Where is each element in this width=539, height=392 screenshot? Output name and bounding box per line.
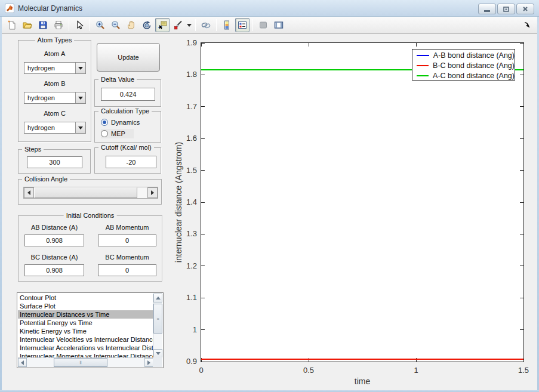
titlebar[interactable]: Molecular Dynamics: [0, 0, 539, 17]
atom-a-dropdown-button[interactable]: [75, 63, 85, 73]
x-tick-mark: [309, 43, 309, 47]
toolbar-separator: [252, 19, 253, 31]
toolbar-pan[interactable]: [124, 18, 138, 32]
atom-c-label: Atom C: [19, 110, 91, 117]
window-title: Molecular Dynamics: [18, 4, 82, 13]
slider-left-arrow[interactable]: [24, 187, 34, 198]
update-button[interactable]: Update: [97, 43, 160, 72]
zoom-in-icon: [96, 20, 105, 30]
atom-a-dropdown[interactable]: hydrogen: [24, 62, 86, 74]
delta-value-field[interactable]: [101, 88, 155, 101]
minimize-icon: [484, 10, 490, 12]
legend-line-sample: [417, 75, 429, 76]
toolbar-insert-legend[interactable]: [235, 18, 250, 32]
scroll-down-button[interactable]: [153, 349, 162, 358]
atom-b-dropdown[interactable]: hydrogen: [24, 92, 86, 104]
slider-right-arrow[interactable]: [147, 187, 158, 198]
toolbar-separator: [90, 19, 90, 31]
scroll-up-button[interactable]: [153, 294, 162, 303]
scrollbar-corner: [153, 357, 162, 367]
atom-types-title: Atom Types: [35, 36, 75, 44]
scroll-left-button[interactable]: [18, 358, 27, 367]
bc-distance-field[interactable]: [24, 264, 84, 276]
list-item[interactable]: Internuclear Distances vs Time: [18, 310, 153, 319]
legend-label: B-C bond distance (Ang): [433, 61, 515, 70]
ab-momentum-field[interactable]: [98, 234, 156, 246]
toolbar-save[interactable]: [36, 18, 50, 32]
toolbar-separator: [195, 19, 196, 31]
toolbar-open-file[interactable]: [20, 18, 35, 32]
y-tick-label: 1.6: [172, 134, 197, 143]
plot-box[interactable]: [201, 42, 524, 362]
radio-mep[interactable]: MEP: [101, 129, 134, 138]
atom-a-label: Atom A: [19, 50, 91, 57]
toolbar-link-plots[interactable]: [199, 18, 213, 32]
toolbar-dock-figure[interactable]: [520, 18, 534, 32]
minimize-button[interactable]: [478, 4, 496, 14]
legend-entry: A-B bond distance (Ang): [412, 50, 515, 60]
y-tick-mark: [201, 75, 205, 75]
toolbar-plot-tools-show[interactable]: [272, 18, 286, 32]
y-tick-label: 1: [172, 325, 197, 334]
toolbar-zoom-out[interactable]: [109, 18, 123, 32]
bc-momentum-field[interactable]: [98, 264, 156, 276]
vertical-scroll-thumb[interactable]: ≡: [153, 304, 162, 334]
plot-area[interactable]: A-B bond distance (Ang) B-C bond distanc…: [201, 42, 524, 362]
collision-angle-slider[interactable]: [23, 187, 158, 199]
toolbar-zoom-in[interactable]: [93, 18, 107, 32]
toolbar-data-cursor[interactable]: [155, 18, 170, 32]
delta-value-panel: Delta Value: [94, 79, 161, 107]
list-item[interactable]: Internuclear Accelerations vs Internucle…: [18, 344, 153, 352]
steps-label: Steps: [22, 146, 44, 153]
brush-dropdown-caret[interactable]: [187, 24, 192, 27]
toolbar-new-file[interactable]: [5, 18, 19, 32]
y-tick-label: 1.7: [172, 102, 197, 111]
cutoff-field[interactable]: [106, 156, 156, 168]
steps-field[interactable]: [27, 156, 82, 168]
radio-dynamics[interactable]: Dynamics: [101, 118, 140, 127]
arrow-left-icon: [27, 190, 30, 195]
matlab-logo-icon: [5, 4, 14, 13]
list-item[interactable]: Potential Energy vs Time: [18, 319, 153, 327]
list-item[interactable]: Internuclear Velocities vs Internuclear …: [18, 335, 153, 344]
x-axis-label: time: [201, 376, 524, 386]
radio-dynamics-label: Dynamics: [111, 119, 140, 126]
new-file-icon: [7, 20, 17, 30]
x-tick-mark: [416, 43, 417, 47]
horizontal-scroll-thumb[interactable]: ⦀: [54, 358, 107, 367]
toolbar-plot-tools-hide[interactable]: [256, 18, 270, 32]
atom-c-dropdown[interactable]: hydrogen: [24, 122, 86, 134]
maximize-button[interactable]: [497, 4, 515, 14]
radio-icon: [101, 130, 108, 137]
list-item[interactable]: Kinetic Energy vs Time: [18, 327, 153, 335]
slider-thumb[interactable]: [34, 187, 137, 198]
arrow-left-icon: [21, 360, 24, 365]
list-item[interactable]: Surface Plot: [18, 302, 153, 310]
toolbar-rotate-3d[interactable]: [140, 18, 154, 32]
horizontal-scrollbar[interactable]: ⦀: [18, 357, 153, 367]
y-tick-mark: [201, 43, 205, 44]
toolbar-print[interactable]: [51, 18, 66, 32]
legend-line-sample: [417, 65, 429, 66]
print-icon: [54, 20, 63, 30]
radio-icon: [101, 119, 108, 126]
plot-legend[interactable]: A-B bond distance (Ang) B-C bond distanc…: [412, 49, 515, 81]
toolbar-brush[interactable]: [171, 18, 185, 32]
toolbar-insert-colorbar[interactable]: [220, 18, 234, 32]
toolbar-pointer[interactable]: [72, 18, 87, 32]
ab-distance-field[interactable]: [24, 234, 84, 246]
pan-hand-icon: [127, 20, 136, 30]
atom-c-dropdown-button[interactable]: [75, 122, 85, 133]
list-item[interactable]: Contour Plot: [18, 294, 153, 302]
dock-figure-arrow-icon: [523, 21, 531, 29]
scroll-right-button[interactable]: [144, 358, 153, 367]
atom-b-dropdown-button[interactable]: [75, 92, 85, 103]
slider-track[interactable]: [137, 187, 147, 198]
x-tick-label: 1.5: [511, 366, 536, 375]
atom-types-panel: Atom A Atom Types Atom A hydrogen Atom B…: [18, 40, 91, 142]
plot-tools-show-icon: [274, 20, 284, 30]
collision-angle-label: Collision Angle: [22, 175, 70, 183]
vertical-scrollbar[interactable]: ≡: [153, 294, 162, 358]
close-button[interactable]: [516, 4, 534, 14]
y-tick-label: 1.1: [172, 293, 197, 302]
